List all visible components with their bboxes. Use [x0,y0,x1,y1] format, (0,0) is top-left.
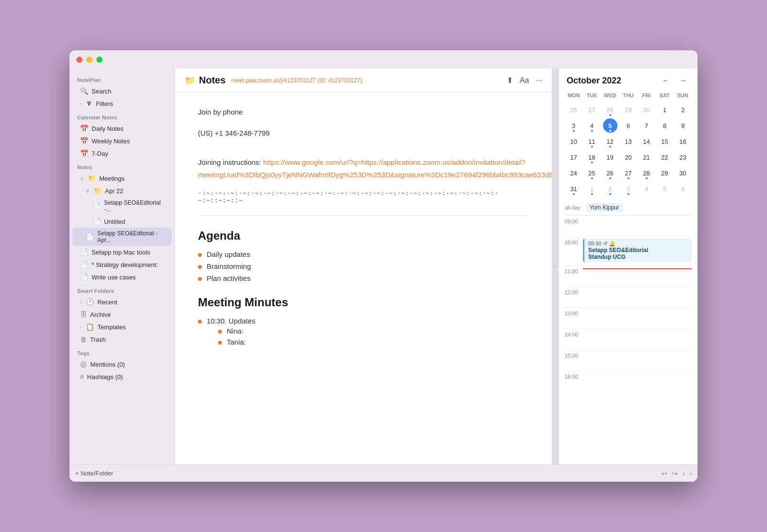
calendar-day-29[interactable]: 29 [621,103,636,117]
day-header-fri: FRI [637,91,655,100]
calendar-day-17[interactable]: 17 [567,150,581,164]
event-time-setapp: 09:30 ↺ 🔔 [588,241,688,247]
calendar-day-29[interactable]: 29 [658,166,672,180]
calendar-day-26[interactable]: 26 [567,103,581,117]
calendar-day-27[interactable]: 27 [621,166,636,180]
calendar-day-3[interactable]: 3 [621,182,636,196]
calendar-day-3[interactable]: 3 [567,118,581,133]
sidebar-item-filters[interactable]: › ⛛ Filters [72,97,172,110]
next-icon[interactable]: › [689,470,692,477]
bottom-bar: + Note/Folder ↩ ↪ ‹ › [70,464,697,482]
calendar-day-5[interactable]: 5 [658,182,672,196]
prev-icon[interactable]: ‹ [683,470,685,477]
chevron-down-icon-apr22: ∨ [86,188,89,194]
calendar-day-30[interactable]: 30 [639,103,654,117]
sidebar-item-hashtags[interactable]: # Hashtags (0) [72,370,172,383]
sidebar-item-setapp-top-mac[interactable]: 📄 Setapp top Mac tools [72,246,172,258]
chevron-down-icon: ∨ [80,176,83,181]
event-title-standup: Standup UCG [588,254,688,260]
cal-event-setapp-seo[interactable]: 09:30 ↺ 🔔 Setapp SEO&Editorial Standup U… [583,239,692,262]
header-folder-icon: 📁 [185,75,195,86]
sidebar-item-templates[interactable]: › 📋 Templates [72,321,172,333]
calendar-day-7[interactable]: 7 [639,118,654,133]
calendar-day-20[interactable]: 20 [621,150,636,164]
sidebar-item-7day[interactable]: 📅 7-Day [72,147,172,160]
calendar-day-16[interactable]: 16 [676,134,690,149]
calendar-day-23[interactable]: 23 [676,150,690,164]
undo-icon[interactable]: ↩ [662,470,667,477]
slot-content-1000: 09:30 ↺ 🔔 Setapp SEO&Editorial Standup U… [583,239,692,263]
more-icon[interactable]: ··· [536,76,542,85]
sub-item-nina: Nina: [218,327,256,335]
trash-icon: 🗑 [80,335,87,343]
calendar-day-8[interactable]: 8 [658,118,672,133]
seven-day-icon: 📅 [80,150,88,157]
sidebar-item-apr22[interactable]: ∨ 📁 Apr 22 [72,185,172,197]
sidebar-item-search[interactable]: 🔍 Search [72,85,172,97]
sidebar-item-archive[interactable]: 🗄 Archive [72,308,172,321]
sidebar-item-daily-notes[interactable]: 📅 Daily Notes [72,122,172,135]
minimize-button[interactable] [86,57,93,63]
calendar-day-9[interactable]: 9 [676,118,690,133]
calendar-day-14[interactable]: 14 [639,134,654,149]
font-icon[interactable]: Aa [520,76,529,85]
share-icon[interactable]: ⬆ [507,76,513,85]
sidebar-item-weekly-notes[interactable]: 📅 Weekly Notes [72,135,172,147]
recent-label: Recent [97,299,164,306]
calendar-event-section: all-day Yom Kippur 09:00 10:00 09:30 ↺ 🔔 [559,197,697,395]
calendar-day-1[interactable]: 1 [658,103,672,117]
sidebar-item-meetings[interactable]: ∨ 📁 Meetings [72,172,172,185]
time-label-1100: 11:00 [565,267,583,274]
calendar-day-6[interactable]: 6 [676,182,690,196]
time-label-1400: 14:00 [565,331,583,337]
sidebar-item-mentions[interactable]: @ Mentions (0) [72,358,172,370]
redo-icon[interactable]: ↪ [672,470,678,477]
calendar-day-25[interactable]: 25 [585,166,599,180]
time-label-1500: 15:00 [565,352,583,359]
calendar-day-28[interactable]: 28 [639,166,654,180]
chevron-right-icon-recent: › [80,300,81,305]
calendar-day-15[interactable]: 15 [658,134,672,149]
collapse-handle[interactable]: ‹ [552,69,558,464]
close-button[interactable] [76,57,82,63]
calendar-day-21[interactable]: 21 [639,150,654,164]
sidebar-item-setapp-seo-active[interactable]: 📄 Setapp SEO&Editorial - Apr... [72,228,172,246]
add-note-folder-label[interactable]: + Note/Folder [75,470,113,477]
calendar-day-19[interactable]: 19 [603,150,617,164]
calendar-next-button[interactable]: → [676,75,690,86]
sidebar-item-setapp-seo-1[interactable]: 📄 Setapp SEO&Editorial -... [72,197,172,215]
calendar-day-11[interactable]: 11 [585,134,599,149]
sidebar-item-untitled[interactable]: 📄 Untitled [72,215,172,228]
calendar-day-31[interactable]: 31 [567,182,581,196]
calendar-day-1[interactable]: 1 [585,182,599,196]
calendar-day-30[interactable]: 30 [676,166,690,180]
calendar-day-4[interactable]: 4 [585,118,599,133]
calendar-day-12[interactable]: 12 [603,134,617,149]
sidebar-item-recent[interactable]: › 🕐 Recent [72,296,172,308]
calendar-day-13[interactable]: 13 [621,134,636,149]
yom-kippur-event[interactable]: Yom Kippur [586,203,623,212]
calendar-day-28[interactable]: 28 [603,103,617,117]
mentions-label: Mentions (0) [90,361,164,368]
weekly-notes-icon: 📅 [80,137,88,145]
calendar-day-6[interactable]: 6 [621,118,636,133]
calendar-day-22[interactable]: 22 [658,150,672,164]
archive-label: Archive [90,311,164,318]
sidebar-item-strategy[interactable]: 📄 * Strategy development: [72,258,172,271]
calendar-day-24[interactable]: 24 [567,166,581,180]
calendar-day-27[interactable]: 27 [585,103,599,117]
calendar-day-26[interactable]: 26 [603,166,617,180]
calendar-day-2[interactable]: 2 [603,182,617,196]
calendar-day-4[interactable]: 4 [639,182,654,196]
calendar-day-5[interactable]: 5 [603,118,617,133]
calendar-day-10[interactable]: 10 [567,134,581,149]
recent-icon: 🕐 [86,298,94,306]
calendar-day-2[interactable]: 2 [676,103,690,117]
sidebar-item-trash[interactable]: 🗑 Trash [72,333,172,346]
sidebar-item-write-use-cases[interactable]: 📄 Write use cases [72,271,172,283]
maximize-button[interactable] [96,57,103,63]
day-header-mon: MON [565,91,583,100]
apr22-label: Apr 22 [105,187,164,195]
calendar-day-18[interactable]: 18 [585,150,599,164]
calendar-prev-button[interactable]: ← [659,75,673,86]
